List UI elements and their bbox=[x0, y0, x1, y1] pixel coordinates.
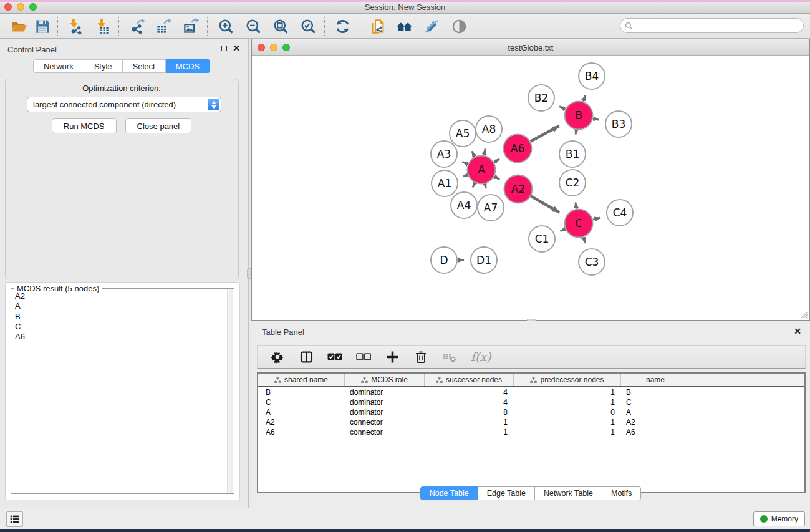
graph-node-C4[interactable]: C4 bbox=[607, 200, 633, 226]
hide-annotations-icon[interactable] bbox=[420, 16, 443, 37]
table-cell-predecessor-nodes[interactable]: 1 bbox=[514, 397, 621, 407]
table-cell-successor-nodes[interactable]: 1 bbox=[425, 417, 514, 427]
column-header-shared-name[interactable]: shared name bbox=[258, 374, 345, 386]
graph-edge-A6-B[interactable] bbox=[531, 126, 559, 142]
graph-node-C2[interactable]: C2 bbox=[559, 170, 586, 196]
memory-button[interactable]: Memory bbox=[753, 511, 805, 526]
graph-node-B1[interactable]: B1 bbox=[559, 141, 586, 167]
export-table-icon[interactable] bbox=[152, 16, 175, 37]
open-session-icon[interactable] bbox=[7, 16, 30, 37]
table-cell-name[interactable]: A6 bbox=[621, 427, 690, 437]
tab-motifs[interactable]: Motifs bbox=[602, 486, 641, 500]
table-cell-mcds-role[interactable]: dominator bbox=[345, 407, 425, 417]
table-row[interactable]: Bdominator41B bbox=[258, 387, 804, 397]
tab-edge-table[interactable]: Edge Table bbox=[478, 486, 535, 500]
zoom-in-icon[interactable] bbox=[215, 16, 237, 37]
show-columns-icon[interactable] bbox=[299, 349, 314, 364]
add-column-icon[interactable] bbox=[385, 349, 400, 364]
network-canvas[interactable]: AA1A2A3A4A5A6A7A8BB1B2B3B4CC1C2C3C4DD1 bbox=[253, 56, 809, 319]
vertical-split-handle[interactable] bbox=[247, 268, 251, 279]
search-input[interactable] bbox=[635, 20, 803, 31]
graph-node-A6[interactable]: A6 bbox=[504, 135, 532, 163]
mcds-result-item[interactable]: A6 bbox=[13, 332, 225, 342]
table-cell-shared-name[interactable]: A bbox=[258, 407, 345, 417]
column-header-predecessor-nodes[interactable]: predecessor nodes bbox=[514, 374, 621, 386]
show-graphics-details-icon[interactable] bbox=[448, 16, 470, 37]
tab-network[interactable]: Network bbox=[33, 59, 84, 73]
column-settings-gear-icon[interactable] bbox=[270, 349, 285, 364]
graph-node-A3[interactable]: A3 bbox=[431, 141, 457, 167]
table-cell-predecessor-nodes[interactable]: 1 bbox=[514, 427, 621, 437]
zoom-fit-icon[interactable] bbox=[269, 16, 292, 37]
tab-mcds[interactable]: MCDS bbox=[166, 59, 210, 73]
table-row[interactable]: Adominator80A bbox=[258, 407, 804, 417]
table-cell-shared-name[interactable]: C bbox=[258, 397, 345, 407]
graph-node-A7[interactable]: A7 bbox=[478, 195, 504, 221]
graph-edge-A2-C[interactable] bbox=[531, 196, 559, 213]
tab-select[interactable]: Select bbox=[123, 59, 166, 73]
first-neighbors-icon[interactable] bbox=[393, 16, 415, 37]
graph-edge-B-B4[interactable] bbox=[583, 95, 586, 101]
graph-edge-A-A1[interactable] bbox=[463, 175, 468, 177]
tab-node-table[interactable]: Node Table bbox=[420, 486, 478, 500]
tab-style[interactable]: Style bbox=[84, 59, 123, 73]
graph-edge-A-A2[interactable] bbox=[494, 177, 500, 180]
delete-columns-icon[interactable] bbox=[413, 349, 428, 364]
graph-edge-A-A3[interactable] bbox=[463, 162, 468, 164]
table-cell-name[interactable]: A2 bbox=[621, 417, 690, 427]
deselect-all-checkboxes-icon[interactable] bbox=[356, 349, 371, 364]
table-cell-mcds-role[interactable]: dominator bbox=[345, 397, 425, 407]
graph-edge-C-C2[interactable] bbox=[576, 203, 577, 209]
graph-edge-A-A8[interactable] bbox=[484, 149, 485, 155]
result-list-scrollbar[interactable] bbox=[227, 289, 233, 493]
table-cell-mcds-role[interactable]: connector bbox=[345, 417, 425, 427]
graph-edge-B-B2[interactable] bbox=[559, 107, 566, 110]
table-cell-shared-name[interactable]: A6 bbox=[258, 427, 345, 437]
column-header-name[interactable]: name bbox=[621, 374, 690, 386]
table-row[interactable]: A6connector11A6 bbox=[258, 427, 804, 437]
import-table-icon[interactable] bbox=[91, 16, 113, 37]
graph-node-A8[interactable]: A8 bbox=[476, 116, 502, 142]
graph-edge-C-C1[interactable] bbox=[561, 229, 566, 231]
graph-node-B[interactable]: B bbox=[565, 102, 593, 130]
network-window-titlebar[interactable]: testGlobe.txt bbox=[252, 39, 809, 56]
close-panel-icon[interactable]: ✕ bbox=[233, 45, 240, 51]
graph-edge-A-A6[interactable] bbox=[494, 159, 499, 162]
task-history-button[interactable] bbox=[6, 511, 23, 527]
select-all-checkboxes-icon[interactable] bbox=[327, 349, 342, 364]
graph-edge-C-C3[interactable] bbox=[584, 237, 586, 243]
close-panel-button[interactable]: Close panel bbox=[125, 118, 192, 133]
search-box[interactable] bbox=[620, 18, 804, 33]
export-network-icon[interactable] bbox=[126, 16, 148, 37]
table-cell-successor-nodes[interactable]: 8 bbox=[425, 407, 514, 417]
graph-edge-B-B3[interactable] bbox=[593, 118, 599, 120]
graph-edge-B-B1[interactable] bbox=[576, 130, 576, 134]
graph-node-A[interactable]: A bbox=[468, 156, 496, 184]
table-cell-successor-nodes[interactable]: 1 bbox=[425, 427, 514, 437]
table-cell-shared-name[interactable]: B bbox=[258, 387, 345, 397]
mcds-result-item[interactable]: C bbox=[13, 322, 225, 332]
graph-node-A2[interactable]: A2 bbox=[504, 175, 533, 203]
zoom-out-icon[interactable] bbox=[242, 16, 264, 37]
table-cell-mcds-role[interactable]: connector bbox=[345, 427, 425, 437]
table-cell-predecessor-nodes[interactable]: 1 bbox=[514, 387, 621, 397]
graph-node-D1[interactable]: D1 bbox=[471, 247, 497, 273]
graph-node-A1[interactable]: A1 bbox=[432, 170, 458, 196]
table-row[interactable]: A2connector11A2 bbox=[258, 417, 804, 427]
zoom-selected-icon[interactable] bbox=[297, 16, 319, 37]
apply-layout-icon[interactable] bbox=[331, 16, 354, 37]
close-table-panel-icon[interactable]: ✕ bbox=[794, 328, 801, 334]
table-cell-predecessor-nodes[interactable]: 0 bbox=[514, 407, 621, 417]
float-table-panel-icon[interactable] bbox=[783, 329, 788, 334]
table-cell-successor-nodes[interactable]: 4 bbox=[425, 397, 514, 407]
graph-node-B4[interactable]: B4 bbox=[579, 63, 605, 89]
graph-node-A5[interactable]: A5 bbox=[450, 120, 476, 147]
table-cell-successor-nodes[interactable]: 4 bbox=[425, 387, 514, 397]
save-session-icon[interactable] bbox=[31, 16, 54, 37]
column-header-mcds-role[interactable]: MCDS role bbox=[345, 374, 425, 386]
graph-edge-A-A4[interactable] bbox=[473, 183, 475, 187]
table-cell-mcds-role[interactable]: dominator bbox=[345, 387, 425, 397]
float-panel-icon[interactable] bbox=[221, 46, 227, 51]
window-resize-grip[interactable] bbox=[800, 311, 808, 319]
graph-node-D[interactable]: D bbox=[431, 247, 457, 273]
